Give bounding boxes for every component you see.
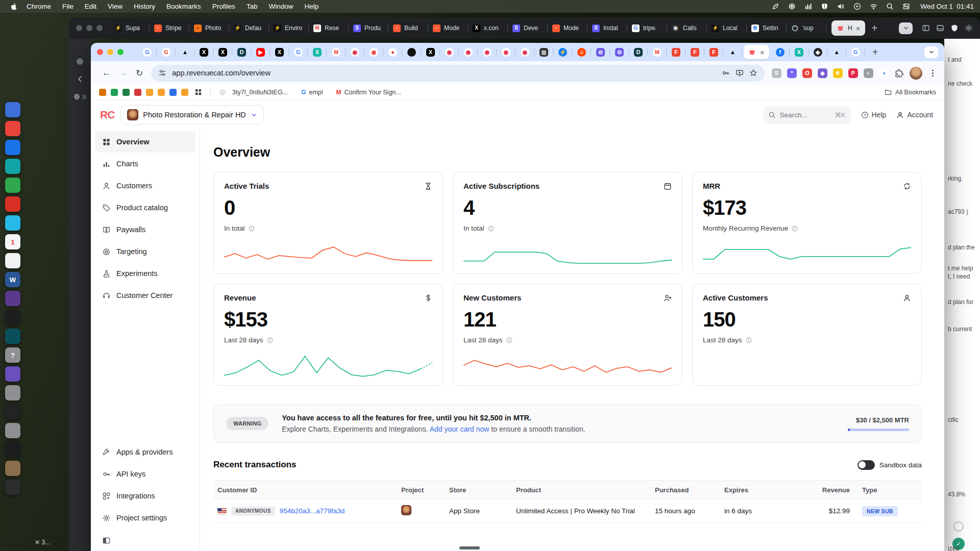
back-icon[interactable] [76, 75, 84, 83]
dock-icon[interactable] [5, 121, 20, 136]
add-card-link[interactable]: Add your card now [430, 425, 489, 433]
search-input[interactable]: Search... ⌘K [763, 106, 851, 123]
site-info-icon[interactable] [158, 69, 166, 77]
window-icon[interactable] [936, 24, 944, 32]
browser-tab[interactable]: ⚡ Local [707, 21, 747, 35]
status-icon[interactable] [902, 3, 910, 10]
extensions-puzzle-icon[interactable] [895, 69, 903, 78]
bookmark-favicon[interactable] [146, 89, 153, 96]
extension-icon[interactable]: ◆ [818, 68, 827, 78]
status-icon[interactable] [772, 3, 779, 10]
dock-icon[interactable] [5, 253, 20, 268]
sidebar-item[interactable]: Integrations [95, 485, 195, 507]
close-window-button[interactable] [76, 25, 82, 31]
pinned-tab[interactable]: ⊘ [591, 43, 610, 61]
sidebar-item[interactable]: API keys [95, 463, 195, 485]
column-header[interactable]: Expires [720, 486, 802, 494]
customer-id-link[interactable]: 954b20a3...a779fa3d [280, 507, 345, 515]
sandbox-toggle[interactable] [857, 460, 875, 470]
pinned-tab[interactable]: ● [383, 43, 402, 61]
menu-item[interactable]: Window [263, 3, 299, 10]
sidebar-item[interactable]: Targeting [95, 241, 195, 262]
help-button[interactable]: ? Help [861, 111, 887, 119]
bookmark-apps-icon[interactable] [194, 88, 202, 96]
shield-icon[interactable] [950, 24, 959, 32]
dock-icon[interactable] [5, 461, 20, 476]
browser-tab[interactable]: ▫ Mode [428, 21, 468, 35]
bookmark-favicon[interactable] [181, 89, 188, 96]
browser-tab[interactable]: ▪ Photo [189, 21, 229, 35]
pinned-tab[interactable]: ☺ [572, 43, 591, 61]
all-bookmarks-button[interactable]: All Bookmarks [885, 89, 936, 96]
dock-icon[interactable] [5, 480, 20, 495]
column-header[interactable]: Customer ID [213, 486, 397, 494]
browser-tab[interactable]: ⚡ Supa [110, 21, 150, 35]
extension-icon[interactable]: S [772, 68, 781, 78]
table-row[interactable]: ANONYMOUS 954b20a3...a779fa3d App Store … [213, 499, 922, 523]
browser-tab[interactable]: ▫ Stripe [150, 21, 189, 35]
dock-icon[interactable] [5, 140, 20, 155]
revenuecat-logo[interactable]: RC [100, 109, 114, 121]
pinned-tab[interactable]: F [704, 43, 723, 61]
pinned-tab[interactable]: ◉ [516, 43, 534, 61]
tab-list-button[interactable] [924, 46, 938, 58]
bookmark-item[interactable]: G empl [298, 89, 323, 96]
browser-tab[interactable]: ▫ Mode [548, 21, 587, 35]
collapse-sidebar-button[interactable] [102, 536, 195, 545]
dock-icon[interactable] [5, 404, 20, 419]
close-window-button[interactable] [97, 49, 103, 55]
column-header[interactable]: Store [445, 486, 512, 494]
pinned-tab[interactable]: ◉ [459, 43, 478, 61]
dock-icon[interactable] [5, 385, 20, 400]
gear-icon[interactable] [965, 24, 973, 32]
dock-icon[interactable] [5, 366, 20, 382]
sidebar-item[interactable]: Customers [95, 175, 195, 196]
back-button[interactable]: ← [98, 68, 115, 78]
browser-tab[interactable]: ◯ 'sup [787, 21, 826, 35]
browser-tab[interactable]: X x.con [468, 21, 508, 35]
reload-button[interactable]: ↻ [132, 68, 147, 79]
pinned-tab[interactable]: f [771, 43, 790, 61]
pinned-tab[interactable]: X [194, 43, 213, 61]
pinned-tab[interactable] [402, 43, 421, 61]
pinned-tab[interactable]: ⊘ [610, 43, 629, 61]
sidebar-item[interactable]: Overview [95, 131, 195, 153]
zoom-window-button[interactable] [96, 25, 103, 31]
browser-tab[interactable]: M Rese [309, 21, 349, 35]
browser-tab[interactable]: G tripe. [627, 21, 667, 35]
column-header[interactable]: Project [397, 486, 445, 494]
browser-tab[interactable]: ◉ Calls [667, 21, 707, 35]
info-icon[interactable] [745, 337, 752, 344]
pane-icon[interactable] [922, 24, 930, 32]
pinned-tab[interactable]: ◉ [497, 43, 516, 61]
bookmark-favicon[interactable] [99, 89, 106, 96]
sidebar-item[interactable]: Project settings [95, 507, 195, 529]
new-tab-button[interactable]: + [871, 22, 877, 34]
info-icon[interactable] [487, 225, 495, 232]
pinned-tab[interactable]: F [685, 43, 704, 61]
dock-icon[interactable] [5, 178, 20, 193]
pinned-tab[interactable]: M [648, 43, 667, 61]
dock-icon[interactable] [5, 442, 20, 457]
pinned-tab[interactable]: G [846, 43, 865, 61]
pinned-tab[interactable]: ▦ [534, 43, 553, 61]
menu-item[interactable]: Chrome [21, 3, 57, 10]
menu-item[interactable]: Edit [79, 3, 102, 10]
dock-icon[interactable]: W [5, 272, 20, 287]
pinned-tab[interactable]: ▲ [176, 43, 194, 61]
minimize-window-button[interactable] [107, 49, 113, 55]
account-button[interactable]: Account [896, 111, 933, 119]
info-icon[interactable] [248, 225, 255, 232]
bookmark-star-icon[interactable] [749, 69, 757, 77]
pinned-tab[interactable]: ⚡ [553, 43, 572, 61]
column-header[interactable]: Product [512, 486, 651, 494]
pinned-tab[interactable]: ▲ [723, 43, 742, 61]
pinned-tab[interactable]: X [213, 43, 232, 61]
dock-icon[interactable] [5, 423, 20, 438]
menu-item[interactable]: Help [299, 3, 324, 10]
pinned-tab[interactable]: X [790, 43, 808, 61]
pinned-tab[interactable]: ◆ [808, 43, 827, 61]
sidebar-item[interactable]: Product catalog [95, 197, 195, 218]
browser-tab[interactable]: ⚡ Enviro [269, 21, 309, 35]
browser-tab[interactable]: S Deve [508, 21, 548, 35]
